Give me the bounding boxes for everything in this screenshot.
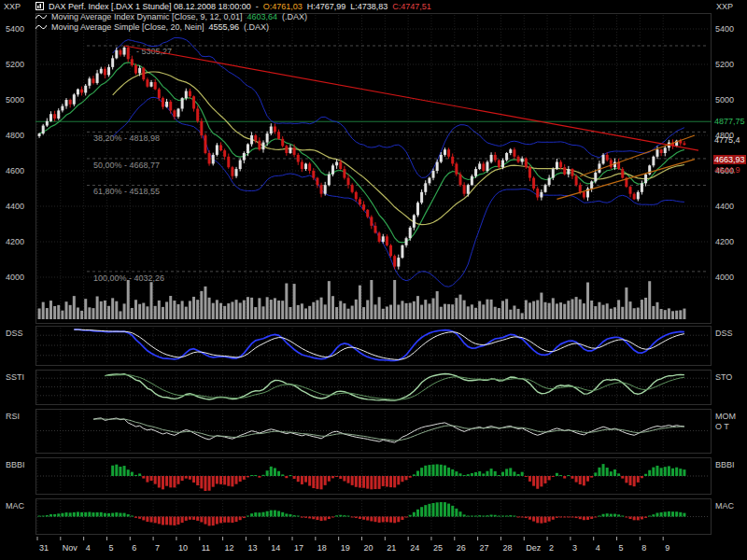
- time-axis-label: 5: [108, 543, 113, 553]
- time-axis-label: 31: [39, 543, 49, 553]
- dss-indicator-panel[interactable]: [35, 326, 712, 366]
- main-price-chart[interactable]: - 5305,2738,20% - 4818,9850,00% - 4668,7…: [35, 13, 712, 324]
- panel-label-left: SSTI: [6, 372, 24, 382]
- time-axis-label: 3: [572, 543, 577, 553]
- low-value: L:4738,83: [350, 2, 388, 11]
- price-tick-label: 5000: [715, 95, 734, 105]
- time-axis-label: 4: [86, 543, 91, 553]
- price-tick-label: 4400: [715, 202, 734, 211]
- price-marker: 4775,4: [713, 135, 741, 145]
- panel-label-left: BBBI: [6, 460, 25, 469]
- time-axis-label: 20: [364, 543, 374, 553]
- panel-label-right: DSS: [715, 329, 733, 338]
- chart-window: XXP XXP DAX Perf. Index [.DAX 1 Stunde] …: [0, 0, 747, 560]
- price-tick-label: 4200: [6, 237, 24, 246]
- time-axis-label: 21: [387, 543, 396, 553]
- time-axis-label: 5: [619, 543, 624, 553]
- channel-upper-line: [580, 135, 695, 176]
- time-axis-label: 9: [665, 543, 669, 553]
- down-trendline: [124, 46, 698, 150]
- time-axis-label: 10: [178, 543, 188, 553]
- price-marker: 4877,75: [713, 117, 746, 126]
- time-axis: 31Nov4567101112131417181920212425262728D…: [0, 537, 747, 560]
- price-tick-label: 5400: [6, 24, 24, 34]
- price-tick-label: 5400: [715, 24, 734, 34]
- panel-label-left: MAC: [6, 501, 24, 511]
- chart-icon: [35, 2, 44, 10]
- time-axis-label: 27: [480, 543, 489, 553]
- price-marker: 4663,93: [713, 155, 746, 164]
- panel-label-left: DSS: [6, 329, 23, 338]
- price-tick-label: 4600: [6, 166, 24, 175]
- time-axis-label: Dez: [526, 543, 542, 553]
- time-axis-label: 26: [457, 543, 466, 553]
- time-axis-label: 6: [132, 543, 136, 553]
- panel-label-right: BBBI: [715, 460, 735, 469]
- volume-bars: [38, 280, 686, 319]
- panel-label-right: STO: [715, 372, 732, 382]
- close-value: C:4747,51: [392, 2, 431, 11]
- price-tick-label: 5000: [6, 95, 24, 105]
- price-tick-label: 4000: [6, 273, 24, 282]
- fibonacci-label: 61,80% - 4518,55: [93, 187, 160, 196]
- time-axis-label: 25: [433, 543, 443, 553]
- open-value: O:4761,03: [263, 2, 303, 11]
- time-axis-label: 19: [341, 543, 350, 553]
- price-tick-label: 4400: [6, 202, 24, 211]
- time-axis-label: 11: [202, 543, 210, 553]
- time-axis-label: 7: [155, 543, 160, 553]
- instrument-header: DAX Perf. Index [.DAX 1 Stunde] 08.12.20…: [35, 2, 436, 11]
- scale-label-left: XXP: [4, 2, 21, 11]
- price-tick-label: 5200: [715, 60, 734, 69]
- price-marker: 4644,9: [713, 165, 741, 175]
- time-axis-label: 14: [271, 543, 280, 553]
- panel-label-right: MAC: [715, 501, 734, 511]
- instrument-title: DAX Perf. Index [.DAX 1 Stunde] 08.12.20…: [49, 2, 251, 11]
- ma-simple-line: [113, 72, 684, 225]
- macd-indicator-panel[interactable]: [35, 498, 712, 535]
- fibonacci-label: 50,00% - 4668,77: [93, 161, 160, 170]
- time-axis-label: 13: [247, 543, 257, 553]
- panel-label-left: RSI: [6, 412, 20, 421]
- price-tick-label: 4800: [6, 131, 24, 140]
- fibonacci-label: 38,20% - 4818,98: [93, 133, 160, 143]
- bbbi-indicator-panel[interactable]: [35, 457, 712, 495]
- stochastic-indicator-panel[interactable]: [35, 370, 712, 405]
- time-axis-label: 12: [225, 543, 234, 553]
- panel-label-right: O T: [715, 422, 729, 431]
- header-separator: -: [256, 2, 259, 11]
- price-tick-label: 5200: [6, 60, 24, 69]
- scale-label-right: XXP: [716, 2, 733, 11]
- bbbi-histogram: [111, 464, 685, 491]
- high-value: H:4767,99: [307, 2, 346, 11]
- macd-histogram: [38, 502, 686, 525]
- price-gridlines: [37, 29, 710, 277]
- time-axis-label: 24: [410, 543, 419, 553]
- price-tick-label: 4200: [715, 237, 734, 246]
- rsi-indicator-panel[interactable]: [35, 409, 712, 454]
- panel-label-right: MOM: [715, 412, 736, 421]
- time-axis-label: 8: [641, 543, 646, 553]
- time-axis-label: Nov: [63, 543, 78, 553]
- time-axis-label: 18: [317, 543, 327, 553]
- time-axis-label: 2: [549, 543, 554, 553]
- time-axis-label: 28: [502, 543, 512, 553]
- price-tick-label: 4000: [715, 273, 734, 282]
- time-axis-label: 17: [294, 543, 303, 553]
- time-axis-label: 4: [596, 543, 600, 553]
